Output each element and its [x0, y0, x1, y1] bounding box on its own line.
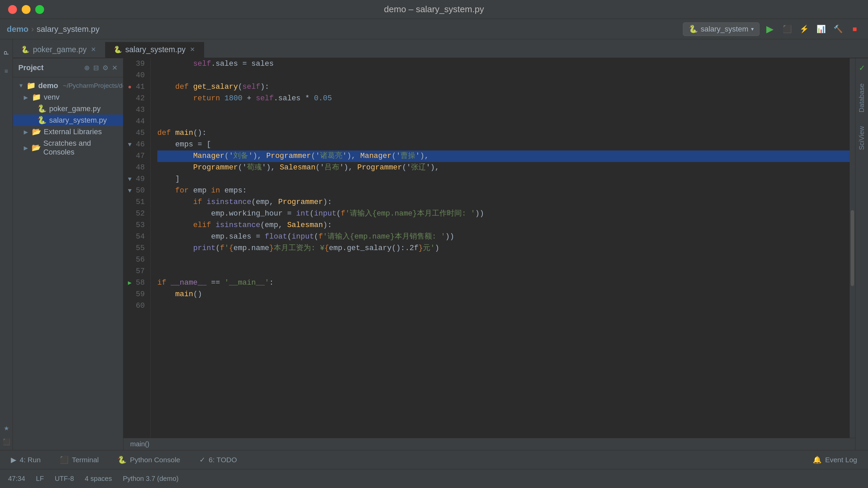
event-log-btn[interactable]: 🔔 Event Log: [807, 454, 863, 466]
event-log-icon: 🔔: [813, 456, 822, 464]
file-tree: ▼ 📁 demo ~/PycharmProjects/demo ▶ 📁 venv: [13, 77, 123, 450]
tree-label-poker: poker_game.py: [49, 104, 101, 113]
line-44: 44: [126, 116, 145, 127]
line-separator[interactable]: LF: [36, 475, 44, 483]
encoding-label: UTF-8: [55, 475, 74, 483]
sciview-tab[interactable]: SciView: [856, 123, 867, 153]
tree-item-poker[interactable]: 🐍 poker_game.py: [13, 103, 123, 115]
python-file-icon: 🐍: [21, 45, 29, 54]
tree-item-demo[interactable]: ▼ 📁 demo ~/PycharmProjects/demo: [13, 80, 123, 92]
line-48: 48: [126, 162, 145, 174]
fold-icon[interactable]: ▼: [126, 174, 133, 185]
breakpoint-icon[interactable]: ●: [126, 81, 133, 93]
close-active-tab-icon[interactable]: ✕: [189, 46, 196, 53]
code-line-40: [157, 70, 850, 81]
status-right: 🔔 Event Log: [807, 454, 863, 466]
terminal-tab[interactable]: ⬛ Terminal: [54, 454, 104, 466]
window-title: demo – salary_system.py: [384, 4, 484, 15]
file-name[interactable]: salary_system.py: [37, 24, 99, 34]
minimize-button[interactable]: [22, 5, 31, 14]
tree-label-demo: demo: [38, 81, 58, 90]
tree-item-salary[interactable]: 🐍 salary_system.py: [13, 115, 123, 126]
run-config-selector[interactable]: 🐍 salary_system ▾: [683, 22, 760, 36]
code-editor[interactable]: self.sales = sales def get_salary(self):…: [151, 58, 850, 438]
close-panel-icon[interactable]: ✕: [112, 64, 118, 72]
line-51: 51: [126, 197, 145, 208]
collapse-icon[interactable]: ⊟: [93, 64, 99, 72]
panel-header-icons: ⊕ ⊟ ⚙ ✕: [84, 64, 118, 72]
coverage-button[interactable]: ⚡: [797, 23, 810, 36]
code-line-46: emps = [: [157, 139, 850, 150]
folder-icon: 📁: [26, 81, 36, 90]
folder-icon: 📂: [32, 143, 41, 152]
todo-tab[interactable]: ✓ 6: TODO: [194, 454, 242, 466]
add-icon[interactable]: ⊕: [84, 64, 90, 72]
extra-icon[interactable]: ⬛: [1, 436, 12, 447]
maximize-button[interactable]: [35, 5, 44, 14]
scrollbar-thumb[interactable]: [851, 210, 854, 286]
settings-icon[interactable]: ⚙: [102, 64, 108, 72]
code-line-41: def get_salary(self):: [157, 81, 850, 93]
line-46: ▼46: [126, 139, 145, 150]
python-console-icon: 🐍: [118, 456, 126, 464]
code-line-48: Programmer('荀彧'), Salesman('吕布'), Progra…: [157, 162, 850, 174]
cursor-position[interactable]: 47:34: [8, 475, 25, 483]
run-button[interactable]: ▶: [764, 23, 776, 36]
python-file-icon: 🐍: [37, 104, 46, 113]
profile-button[interactable]: 📊: [814, 23, 827, 36]
python-console-tab[interactable]: 🐍 Python Console: [112, 454, 185, 466]
stop-button[interactable]: ■: [848, 23, 861, 36]
tab-poker-game[interactable]: 🐍 poker_game.py ✕: [13, 42, 105, 58]
favorites-icon[interactable]: ★: [1, 423, 12, 434]
tree-label-scratches: Scratches and Consoles: [43, 139, 118, 157]
python-console-label: Python Console: [130, 456, 180, 464]
arrow-icon: ▼: [18, 83, 24, 89]
code-container: 39 40 ●41 42 43 44 45 ▼46 47 48 ▼49 ▼50 …: [123, 58, 855, 438]
bottom-toolbar: ▶ 4: Run ⬛ Terminal 🐍 Python Console ✓ 6…: [0, 450, 868, 469]
database-tab[interactable]: Database: [856, 81, 867, 115]
line-60: 60: [126, 300, 145, 312]
project-name[interactable]: demo: [7, 24, 28, 34]
close-button[interactable]: [8, 5, 17, 14]
editor-footer-breadcrumb: main(): [123, 438, 855, 450]
vertical-scrollbar[interactable]: [850, 58, 855, 438]
tree-item-ext-libs[interactable]: ▶ 📂 External Libraries: [13, 126, 123, 138]
code-line-55: print(f'{emp.name}本月工资为: ¥{emp.get_salar…: [157, 243, 850, 254]
code-line-59: main(): [157, 289, 850, 300]
footer-breadcrumb: main(): [130, 440, 150, 448]
line-59: 59: [126, 289, 145, 300]
line-numbers: 39 40 ●41 42 43 44 45 ▼46 47 48 ▼49 ▼50 …: [123, 58, 151, 438]
file-panel: Project ⊕ ⊟ ⚙ ✕ ▼ 📁 demo ~/PycharmProjec…: [13, 58, 123, 450]
code-line-42: return 1800 + self.sales * 0.05: [157, 93, 850, 104]
run-tab[interactable]: ▶ 4: Run: [5, 454, 46, 466]
build-button[interactable]: 🔨: [831, 23, 844, 36]
run-marker-icon[interactable]: ▶: [126, 277, 133, 289]
line-52: 52: [126, 208, 145, 220]
code-line-49: ]: [157, 174, 850, 185]
line-50: ▼50: [126, 185, 145, 197]
chevron-down-icon: ▾: [751, 26, 754, 32]
window-controls: [8, 5, 44, 14]
fold-icon[interactable]: ▼: [126, 139, 133, 150]
tab-salary-system[interactable]: 🐍 salary_system.py ✕: [105, 42, 204, 58]
panel-title: Project: [18, 63, 80, 72]
breadcrumb: demo › salary_system.py: [7, 24, 99, 34]
encoding[interactable]: UTF-8: [55, 475, 74, 483]
arrow-icon: ▶: [24, 94, 29, 101]
close-tab-icon[interactable]: ✕: [90, 46, 97, 53]
tree-item-scratches[interactable]: ▶ 📂 Scratches and Consoles: [13, 138, 123, 158]
arrow-icon: ▶: [24, 129, 29, 135]
python-version[interactable]: Python 3.7 (demo): [123, 475, 179, 483]
indent-settings[interactable]: 4 spaces: [85, 475, 112, 483]
tree-item-venv[interactable]: ▶ 📁 venv: [13, 92, 123, 103]
tree-label-ext-libs: External Libraries: [44, 127, 102, 136]
project-icon[interactable]: P: [1, 43, 12, 63]
tab-bar: 🐍 poker_game.py ✕ 🐍 salary_system.py ✕: [13, 39, 868, 58]
fold-icon[interactable]: ▼: [126, 185, 133, 197]
tree-path: ~/PycharmProjects/demo: [63, 82, 123, 89]
line-39: 39: [126, 58, 145, 70]
structure-icon[interactable]: ≡: [1, 66, 12, 77]
python-label: Python 3.7 (demo): [123, 475, 179, 483]
debug-button[interactable]: ⬛: [781, 23, 793, 36]
code-line-53: elif isinstance(emp, Salesman):: [157, 220, 850, 231]
